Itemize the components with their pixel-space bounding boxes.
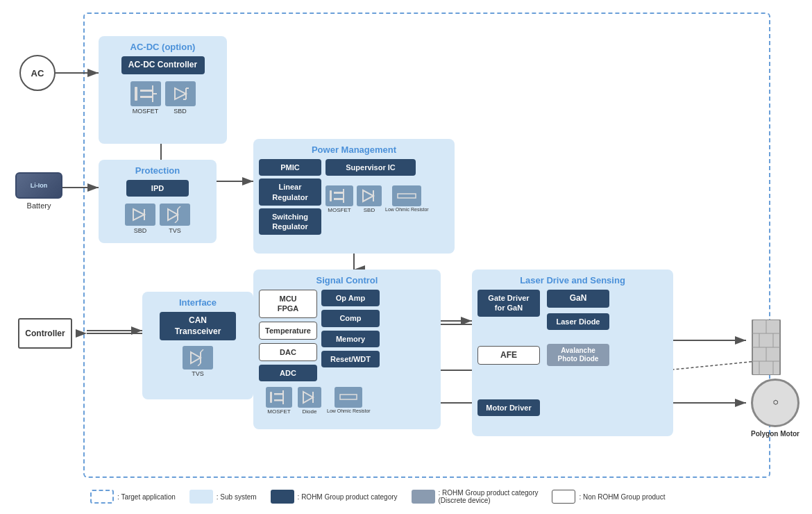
wall-target [751,320,781,361]
motor-driver-box: Motor Driver [477,399,540,416]
mosfet-label-pm: MOSFET [328,207,350,213]
low-ohmic-label-pm: Low Ohmic Resistor [385,207,429,213]
legend-target-label: : Target application [117,493,176,501]
ac-label: AC [31,68,44,78]
polygon-motor-inner: ⬡ [773,399,778,406]
mosfet-label-acdc: MOSFET [133,108,159,115]
op-amp-box: Op Amp [321,290,380,306]
svg-rect-39 [330,190,332,201]
ac-dc-controller: AC-DC Controller [121,56,205,74]
ac-dc-title: AC-DC (option) [104,42,221,52]
legend-subsystem-label: : Sub system [217,493,257,501]
legend-rohm-discrete: : ROHM Group product category (Discrete … [412,489,539,504]
mcu-fpga-box: MCU FPGA [259,290,317,318]
polygon-motor: ⬡ Polygon Motor [751,379,800,438]
ac-dc-subsystem: AC-DC (option) AC-DC Controller MOSFET S… [99,36,227,144]
ipd-box: IPD [126,180,189,197]
legend-blue-box [189,490,213,504]
legend: : Target application : Sub system : ROHM… [90,489,665,504]
laser-diode-box: Laser Diode [547,313,609,330]
svg-rect-26 [140,96,153,98]
sbd-icon-pm [357,185,382,206]
switching-reg-box: Switching Regulator [259,208,321,235]
svg-rect-41 [334,198,344,200]
mosfet-icon-pm [325,185,353,206]
legend-dark-box [271,490,294,504]
interface-subsystem: Interface CAN Transceiver TVS [142,292,253,399]
pmic-box: PMIC [259,159,321,176]
power-mgmt-title: Power Management [259,144,449,155]
svg-rect-46 [270,392,272,403]
legend-gray-box [412,490,435,504]
battery-label: Battery [27,201,51,210]
diagram-container: AC Li-Ion Battery Controller AC-DC (opti… [0,0,812,514]
sbd-icon-prot [125,204,155,226]
tvs-icon-prot [160,204,190,226]
svg-line-55 [201,349,203,352]
laser-drive-subsystem: Laser Drive and Sensing Gate Driver for … [472,270,673,436]
interface-title: Interface [148,297,248,308]
legend-rohm-label: : ROHM Group product category [298,493,398,501]
avalanche-photo-diode-box: Avalanche Photo Diode [547,344,609,366]
diode-label-sc: Diode [303,408,317,415]
low-ohmic-icon-sc [335,387,362,408]
memory-box: Memory [321,331,380,347]
polygon-motor-label: Polygon Motor [751,430,800,438]
tvs-label-iface: TVS [192,370,204,377]
mosfet-icon-sc [266,387,292,408]
legend-subsystem: : Sub system [189,490,257,504]
battery-icon: Li-Ion [15,172,62,199]
svg-rect-48 [274,399,283,401]
reset-wdt-box: Reset/WDT [321,351,380,367]
linear-reg-box: Linear Regulator [259,179,321,206]
low-ohmic-label-sc: Low Ohmic Resistor [327,408,371,414]
dac-box: DAC [259,343,317,361]
svg-rect-40 [334,192,344,194]
svg-rect-47 [274,393,283,395]
low-ohmic-icon-pm [392,185,421,206]
controller-box: Controller [18,318,72,349]
legend-target: : Target application [90,490,176,504]
legend-non-rohm: : Non ROHM Group product [552,490,665,504]
controller-label: Controller [25,329,65,338]
svg-rect-45 [398,194,416,198]
svg-line-37 [178,206,180,209]
diode-icon-sc [298,387,321,408]
mosfet-icon-acdc [130,81,161,106]
temperature-box: Temperature [259,322,317,340]
battery: Li-Ion Battery [15,172,62,210]
svg-rect-24 [135,87,137,101]
svg-marker-29 [175,88,186,99]
comp-box: Comp [321,310,380,326]
svg-marker-53 [191,352,201,363]
legend-rohm: : ROHM Group product category [271,490,398,504]
power-management-subsystem: Power Management PMIC Linear Regulator S… [253,139,455,254]
signal-control-title: Signal Control [259,275,435,285]
legend-rohm-discrete-label: : ROHM Group product category (Discrete … [439,489,539,504]
legend-white-box [552,490,575,504]
tvs-icon-iface [183,346,213,370]
afe-box: AFE [477,346,540,365]
gate-driver-box: Gate Driver for GaN [477,290,540,317]
polygon-motor-icon: ⬡ [751,379,800,427]
svg-marker-33 [133,209,144,220]
signal-control-subsystem: Signal Control MCU FPGA Temperature DAC … [253,270,441,429]
protection-title: Protection [104,165,211,176]
sbd-label-prot: SBD [134,227,147,234]
gan-box: GaN [547,290,609,308]
sbd-icon-acdc [165,81,196,106]
supervisor-ic-box: Supervisor IC [325,159,416,176]
laser-drive-title: Laser Drive and Sensing [477,275,668,285]
svg-marker-43 [363,190,373,201]
svg-marker-35 [168,209,178,220]
protection-subsystem: Protection IPD SBD TVS [99,160,217,243]
adc-box: ADC [259,365,317,381]
sbd-label-pm: SBD [364,207,375,213]
sbd-label-acdc: SBD [174,108,187,115]
legend-non-rohm-label: : Non ROHM Group product [579,493,665,501]
tvs-label-prot: TVS [169,227,181,234]
can-transceiver-box: CAN Transceiver [160,312,236,340]
svg-marker-50 [303,392,313,403]
svg-line-38 [175,220,178,223]
svg-line-56 [198,363,201,366]
